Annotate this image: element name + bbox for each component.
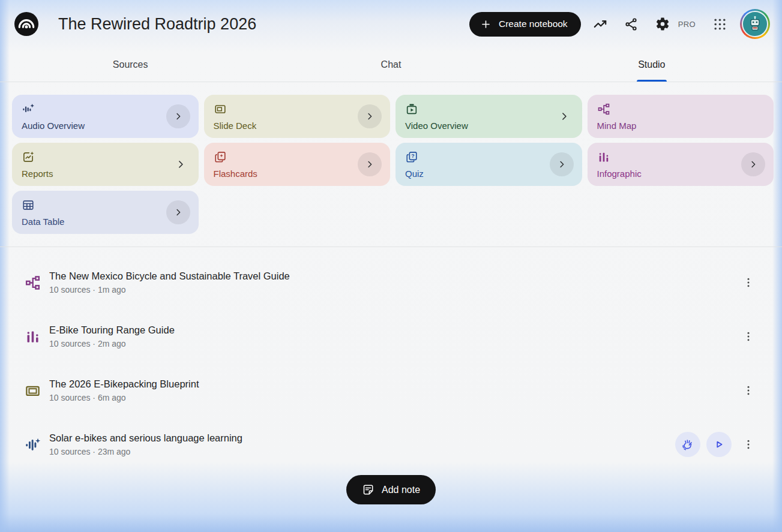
mind-map-icon bbox=[24, 275, 41, 291]
settings-gear-icon[interactable] bbox=[651, 12, 675, 36]
slide-deck-icon bbox=[214, 103, 227, 116]
artifact-meta: 10 sources · 2m ago bbox=[49, 339, 175, 348]
create-notebook-button[interactable]: Create notebook bbox=[469, 12, 581, 37]
chevron-right-icon[interactable] bbox=[358, 104, 382, 128]
notebook-title[interactable]: The Rewired Roadtrip 2026 bbox=[58, 15, 256, 34]
artifact-text: The 2026 E-Bikepacking Blueprint 10 sour… bbox=[49, 378, 199, 402]
artifact-actions bbox=[738, 270, 758, 294]
interactive-mode-button[interactable] bbox=[675, 432, 700, 457]
header: The Rewired Roadtrip 2026 Create noteboo… bbox=[0, 0, 782, 48]
artifact-actions bbox=[738, 324, 758, 348]
more-menu-icon[interactable] bbox=[739, 432, 758, 456]
more-menu-icon[interactable] bbox=[739, 324, 758, 348]
studio-tool-label: Reports bbox=[22, 169, 53, 179]
report-sparkle-icon bbox=[22, 151, 35, 164]
chevron-right-icon[interactable] bbox=[166, 104, 190, 128]
studio-tool-label: Infographic bbox=[597, 169, 642, 179]
data-table-icon bbox=[22, 199, 35, 212]
chevron-right-icon[interactable] bbox=[558, 110, 570, 122]
svg-text:?: ? bbox=[411, 153, 414, 159]
artifact-meta: 10 sources · 23m ago bbox=[49, 447, 242, 456]
artifact-title[interactable]: The 2026 E-Bikepacking Blueprint bbox=[49, 378, 199, 390]
studio-tool-label: Audio Overview bbox=[22, 121, 85, 131]
add-note-button[interactable]: Add note bbox=[346, 475, 436, 504]
tab-bar: Sources Chat Studio bbox=[0, 48, 782, 82]
create-notebook-label: Create notebook bbox=[499, 19, 568, 29]
studio-tool-infographic[interactable]: Infographic bbox=[588, 143, 774, 186]
artifact-meta: 10 sources · 1m ago bbox=[49, 285, 290, 294]
tab-studio[interactable]: Studio bbox=[522, 48, 782, 82]
add-note-icon bbox=[362, 483, 374, 496]
studio-tool-label: Slide Deck bbox=[214, 121, 257, 131]
header-actions: Create notebook PRO bbox=[469, 9, 770, 39]
slide-deck-icon bbox=[24, 383, 41, 399]
play-icon bbox=[712, 438, 726, 451]
artifact-row-infographic[interactable]: E-Bike Touring Range Guide 10 sources · … bbox=[0, 309, 782, 363]
account-avatar[interactable] bbox=[740, 9, 770, 39]
notebooklm-studio-page: The Rewired Roadtrip 2026 Create noteboo… bbox=[0, 0, 782, 532]
plus-icon bbox=[480, 19, 492, 30]
artifact-text: E-Bike Touring Range Guide 10 sources · … bbox=[49, 324, 175, 348]
waving-hand-icon bbox=[681, 438, 694, 451]
studio-tool-label: Video Overview bbox=[405, 121, 468, 131]
studio-tool-grid: Audio Overview Slide Deck Video Overview bbox=[0, 82, 782, 234]
more-menu-icon[interactable] bbox=[739, 378, 758, 402]
video-overview-icon bbox=[405, 103, 418, 116]
add-note-container: Add note bbox=[0, 475, 782, 504]
artifact-row-slide-deck[interactable]: The 2026 E-Bikepacking Blueprint 10 sour… bbox=[0, 363, 782, 417]
studio-tool-reports[interactable]: Reports bbox=[12, 143, 199, 186]
tab-sources[interactable]: Sources bbox=[0, 48, 260, 82]
notebooklm-logo-icon[interactable] bbox=[14, 12, 38, 36]
chevron-right-icon[interactable] bbox=[358, 152, 382, 176]
artifact-meta: 10 sources · 6m ago bbox=[49, 393, 199, 402]
studio-tool-video-overview[interactable]: Video Overview bbox=[396, 95, 582, 138]
artifact-title[interactable]: The New Mexico Bicycle and Sustainable T… bbox=[49, 270, 290, 282]
chevron-right-icon[interactable] bbox=[741, 152, 765, 176]
artifact-list: The New Mexico Bicycle and Sustainable T… bbox=[0, 247, 782, 471]
pro-badge: PRO bbox=[678, 20, 696, 29]
chevron-right-icon[interactable] bbox=[175, 158, 187, 170]
tab-chat[interactable]: Chat bbox=[260, 48, 521, 82]
studio-tool-label: Mind Map bbox=[597, 121, 637, 131]
studio-tool-data-table[interactable]: Data Table bbox=[12, 191, 199, 234]
more-menu-icon[interactable] bbox=[739, 270, 758, 294]
artifact-row-mind-map[interactable]: The New Mexico Bicycle and Sustainable T… bbox=[0, 256, 782, 309]
artifact-title[interactable]: Solar e-bikes and serious language learn… bbox=[49, 432, 242, 444]
artifact-row-audio-overview[interactable]: Solar e-bikes and serious language learn… bbox=[0, 417, 782, 471]
studio-tool-label: Data Table bbox=[22, 217, 64, 227]
studio-tool-mind-map[interactable]: Mind Map bbox=[588, 95, 774, 138]
avatar-robot-image bbox=[742, 11, 768, 37]
artifact-title[interactable]: E-Bike Touring Range Guide bbox=[49, 324, 175, 336]
analytics-icon[interactable] bbox=[588, 12, 612, 36]
artifact-text: The New Mexico Bicycle and Sustainable T… bbox=[49, 270, 290, 294]
apps-grid-icon[interactable] bbox=[708, 12, 732, 36]
chevron-right-icon[interactable] bbox=[166, 200, 190, 224]
tab-sources-label: Sources bbox=[113, 59, 148, 70]
share-icon[interactable] bbox=[619, 12, 643, 36]
chevron-right-icon[interactable] bbox=[550, 152, 574, 176]
mind-map-icon bbox=[597, 103, 610, 116]
flashcards-icon bbox=[214, 151, 227, 164]
infographic-icon bbox=[24, 329, 41, 345]
studio-tool-quiz[interactable]: ? Quiz bbox=[396, 143, 582, 186]
studio-tool-slide-deck[interactable]: Slide Deck bbox=[204, 95, 391, 138]
play-audio-button[interactable] bbox=[706, 432, 732, 457]
artifact-text: Solar e-bikes and serious language learn… bbox=[49, 432, 242, 456]
studio-tool-label: Flashcards bbox=[214, 169, 257, 179]
artifact-actions bbox=[738, 378, 758, 402]
artifact-actions bbox=[675, 432, 758, 457]
studio-tool-audio-overview[interactable]: Audio Overview bbox=[12, 95, 199, 138]
audio-waveform-sparkle-icon bbox=[24, 437, 41, 453]
infographic-icon bbox=[597, 151, 610, 164]
quiz-icon: ? bbox=[405, 151, 418, 164]
studio-tool-label: Quiz bbox=[405, 169, 424, 179]
add-note-label: Add note bbox=[382, 485, 420, 495]
tab-studio-label: Studio bbox=[638, 59, 665, 70]
tab-chat-label: Chat bbox=[381, 59, 402, 70]
studio-tool-flashcards[interactable]: Flashcards bbox=[204, 143, 391, 186]
audio-waveform-sparkle-icon bbox=[22, 103, 35, 116]
